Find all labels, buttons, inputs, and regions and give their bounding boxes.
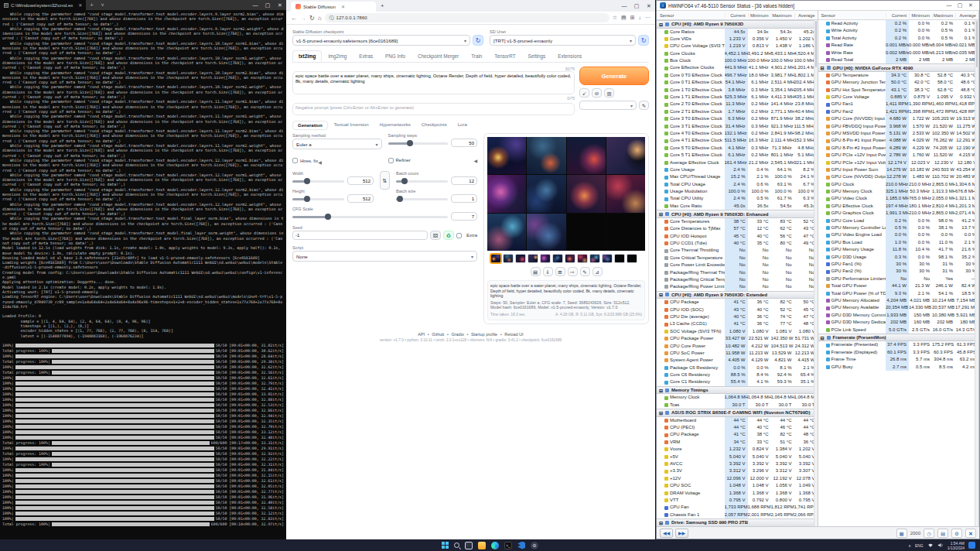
column-header-current[interactable]: Current [886, 13, 909, 18]
sensor-row[interactable]: CPU SoC Power11.958 W11.213 W13.529 W12.… [657, 350, 818, 357]
maximize-button[interactable]: ▢ [954, 2, 965, 9]
sensor-row[interactable]: Core Distances to TjMax57 °C12 °C62 °C43… [657, 225, 818, 232]
sensor-row[interactable]: GPU Fan1 (%)30 %30 %31 %30 % [818, 261, 979, 268]
footer-link-github[interactable]: Github [432, 332, 444, 337]
sensor-row[interactable]: GPU Core (NVVDD) Output Power12.278 W1.4… [818, 173, 979, 180]
subtab-lora[interactable]: Lora [453, 121, 472, 130]
collapse-icon[interactable]: ⊟ [659, 520, 663, 525]
sensor-row[interactable]: GPU D3D Memory Dedicated202 MB160 MB202 … [818, 319, 979, 326]
sensor-row[interactable]: Total GPU Power (% of TDP)9.3 %2.1 %54.1… [818, 290, 979, 297]
sensor-row[interactable]: CPU Package Power33.427 W22.521 W142.350… [657, 335, 818, 342]
sensor-row[interactable]: CPU Package41 °C36 °C82 °C50 °C [657, 299, 818, 306]
sensor-group[interactable]: ⊟Framerate (PresentMon) [818, 334, 979, 342]
thumbnail[interactable] [528, 254, 538, 263]
tab-train[interactable]: Train [465, 50, 488, 62]
search-icon[interactable] [454, 542, 459, 548]
sensor-row[interactable]: GPU Effective Clock197.4 MHz180.1 MHz2,8… [818, 203, 979, 210]
send-to-inpaint-button[interactable]: ✎ [580, 267, 590, 276]
tab-dropdown-icon[interactable]: ˅ [97, 2, 108, 8]
column-header-minimum[interactable]: Minimum [748, 13, 771, 18]
tab-extensions[interactable]: Extensions [551, 50, 588, 62]
terminal-tab[interactable]: C C:\Windows\system32\cmd.ex ✕ [0, 0, 86, 10]
clock[interactable]: 1:54 AM 1/13/2024 [948, 541, 965, 550]
sensor-row[interactable]: Read Activity0.2 %0.0 %0.2 %0.1 % [818, 20, 979, 27]
sensor-row[interactable]: Core 1 T1 Effective Clock525.3 MHz6.1 MH… [657, 94, 818, 101]
sensor-row[interactable]: GPU Core (NVVDD) Input Power4.680 W1.722… [818, 115, 979, 122]
file-explorer-icon[interactable] [478, 542, 486, 549]
send-to-extras-button[interactable]: ⊿ [592, 267, 603, 276]
sensor-row[interactable]: Core 1 T0 Effective Clock3.8 MHz0.3 MHz3… [657, 87, 818, 94]
sampling-method-dropdown[interactable]: Euler a▾ [292, 139, 382, 149]
sensor-row[interactable]: Core 5 T0 Effective Clock4.1 MHz0.3 MHz7… [657, 145, 818, 152]
column-header-current[interactable]: Current [725, 13, 748, 18]
styles-dropdown[interactable]: ▾ [579, 101, 637, 110]
checkpoint-dropdown[interactable]: v1-5-pruned-emaonly.safetensors [6ce0161… [292, 35, 470, 46]
refiner-expand-icon[interactable]: ◀ [473, 158, 477, 163]
sensor-row[interactable]: Max CPU/Thread Usage15.2 %2.1 %100.0 %24… [657, 173, 818, 180]
sensor-row[interactable]: Usage Modulation100.0 %100.0 %100.0 %100… [657, 188, 818, 195]
sensor-row[interactable]: GPU FBVDDQ Input Power3.968 W1.570 W21.5… [818, 123, 979, 130]
thumbnail[interactable] [589, 254, 600, 263]
sensor-row[interactable]: CPU Core Power10.482 W4.212 W104.513 W24… [657, 343, 818, 350]
scrollbar[interactable] [975, 20, 978, 528]
sensor-row[interactable]: GPU Video Clock1,185.0 MHz765.0 MHz2,055… [818, 195, 979, 202]
report-icon[interactable]: ▤ [937, 529, 948, 538]
batch-count-input[interactable]: 12 [451, 176, 477, 185]
language-indicator[interactable]: ENG [915, 543, 924, 548]
tab-checkpoint-merger[interactable]: Checkpoint Merger [411, 50, 465, 62]
thumbnail[interactable] [565, 254, 575, 263]
close-sensors-icon[interactable]: ✕ [965, 529, 976, 538]
collapse-icon[interactable]: ⊟ [659, 388, 663, 393]
home-icon[interactable]: ⌂ [318, 15, 322, 22]
tab-txt2img[interactable]: txt2img [292, 50, 322, 62]
sensor-row[interactable]: Read Rate0.001 MB/s0.000 MB/s8.004 MB/s0… [818, 42, 979, 49]
hires-expand-icon[interactable]: ◀ [318, 160, 322, 165]
sensor-row[interactable]: Core Effective Clocks441.9 MHz41.1 MHz4,… [657, 64, 818, 71]
tab-close-icon[interactable]: ✕ [78, 2, 82, 8]
downloads-icon[interactable]: ↓ [639, 15, 642, 21]
back-icon[interactable]: ← [291, 15, 297, 22]
cfg-scale-input[interactable]: 7 [451, 212, 477, 221]
sensor-row[interactable]: GPU Hot Spot Temperature43.1 °C38.3 °C62… [818, 87, 979, 94]
sensor-row[interactable]: Motherboard44 °C44 °C44 °C44 °C [657, 417, 818, 424]
thumbnail[interactable] [614, 254, 625, 263]
sensor-row[interactable]: Core 2 T0 Effective Clock11.3 MHz0.2 MHz… [657, 101, 818, 108]
favorites-star-icon[interactable]: ☆ [613, 15, 617, 21]
clock-icon[interactable]: ◷ [924, 529, 934, 538]
sensor-row[interactable]: Read Total2 MB2 MB2 MB2 MB [818, 56, 979, 63]
new-tab-button[interactable]: + [376, 2, 389, 9]
sensor-row[interactable]: Total CPU Utility2.4 %0.5 %61.7 %6.3 % [657, 195, 818, 202]
sensor-row[interactable]: AVCC3.392 V3.392 V3.392 V3.392 V [657, 460, 818, 467]
hires-fix-checkbox[interactable] [292, 158, 298, 163]
sensor-row[interactable]: Bus Clock100.0 MHz100.0 MHz100.0 MHz100.… [657, 57, 818, 64]
apply-styles-button[interactable]: ▥ [604, 88, 614, 98]
sensor-row[interactable]: Framerate (Presented)37.4 FPS3.3 FPS175.… [818, 341, 979, 348]
collapse-icon[interactable]: ⊟ [659, 211, 663, 217]
sensor-row[interactable]: GPU Memory Clock325.1 MHz50.3 MHz1,313.3… [818, 188, 979, 195]
tab-extras[interactable]: Extras [353, 50, 379, 62]
maximize-button[interactable]: ▢ [261, 2, 274, 9]
thumbnail[interactable] [577, 254, 588, 263]
sensor-row[interactable]: L3 Cache (CCD1)41 °C36 °C77 °C48 °C [657, 320, 818, 327]
settings-gear-icon[interactable]: ⚙ [951, 529, 962, 538]
sensor-row[interactable]: Total Activity0.2 %0.0 %0.5 %0.1 % [818, 35, 979, 42]
start-button[interactable] [442, 542, 449, 549]
column-headers[interactable]: SensorCurrentMinimumMaximumAverage [657, 11, 818, 20]
sensor-row[interactable]: VTT0.795 V0.792 V0.800 V0.795 V [657, 497, 818, 504]
prompt-textarea[interactable]: epic space battle over a water planet, m… [292, 71, 575, 94]
task-view-icon[interactable] [465, 542, 473, 549]
sensor-row[interactable]: Package/Ring Power Limit ExceededNoNoNoN… [657, 283, 818, 290]
sensor-row[interactable]: GPU Performance LimitersNoNoYes— [818, 276, 979, 282]
thumbnail[interactable] [552, 254, 563, 263]
sensor-row[interactable]: GPU Busy2.7 ms0.5 ms8.5 ms4.2 ms [818, 364, 979, 371]
sensor-group[interactable]: ⊟ASUS ROG STRIX B650E-F GAMING WIFI (Nuv… [657, 409, 818, 417]
notifications-icon[interactable] [968, 542, 975, 549]
sensor-row[interactable]: Core C6 Residency88.5 %8.4 %92.4 %65.4 % [657, 371, 818, 378]
thumbnail[interactable] [490, 254, 501, 263]
sensor-row[interactable]: DRAM Voltage1.368 V1.368 V1.368 V1.368 V [657, 490, 818, 497]
sensor-row[interactable]: GPU Graphics Clock1,991.3 MHz210.0 MHz2,… [818, 210, 979, 217]
sensor-row[interactable]: GPU Memory Available20,354 MB14,330 MB20… [818, 304, 979, 311]
sensor-group[interactable]: ⊟Memory Timings [657, 386, 818, 395]
sensor-row[interactable]: Core 4 T1 Effective Clock511.5 MHz16.3 M… [657, 137, 818, 144]
next-page-button[interactable]: ▶▶ [675, 529, 688, 538]
